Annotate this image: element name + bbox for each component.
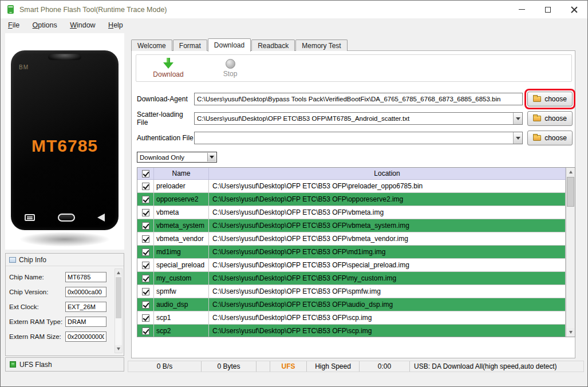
row-checkbox[interactable] (142, 314, 149, 322)
table-row[interactable]: vbmeta_vendor C:\Users\yusuf\Desktop\OFP… (137, 232, 566, 246)
action-toolbar: Download Stop (136, 54, 572, 82)
chip-info-value[interactable] (65, 287, 106, 297)
partition-location: C:\Users\yusuf\Desktop\OFP ETC\B53 OFP\s… (209, 259, 566, 271)
dropdown-arrow-icon[interactable] (513, 113, 522, 124)
choose-button[interactable]: choose (527, 111, 573, 126)
partition-name: vbmeta_vendor (154, 232, 209, 245)
chip-info-label: Extern RAM Type: (9, 318, 65, 325)
row-checkbox[interactable] (142, 222, 149, 230)
phone-image: BM MT6785 (11, 50, 119, 230)
row-checkbox[interactable] (142, 301, 149, 309)
row-checkbox[interactable] (142, 183, 149, 190)
chip-info-value[interactable] (65, 302, 106, 312)
file-field-row: Download-Agent choose (137, 92, 573, 106)
table-row[interactable]: vbmeta_system C:\Users\yusuf\Desktop\OFP… (137, 219, 566, 232)
menu-bar: File Options Window Help (1, 18, 587, 32)
table-row[interactable]: audio_dsp C:\Users\yusuf\Desktop\OFP ETC… (137, 298, 566, 311)
partition-name: vbmeta_system (154, 219, 209, 232)
choose-button-label: choose (544, 134, 567, 142)
table-scrollbar[interactable] (566, 168, 575, 337)
phone-chip-label: MT6785 (11, 136, 119, 156)
row-checkbox[interactable] (142, 235, 149, 243)
choose-button[interactable]: choose (527, 92, 573, 106)
row-checkbox[interactable] (142, 196, 149, 203)
phone-preview: BM MT6785 (5, 33, 124, 250)
chip-info-value[interactable] (65, 317, 106, 327)
status-usb-info: USB: DA Download All(high speed,auto det… (410, 361, 583, 372)
partition-name: my_custom (154, 272, 209, 285)
partition-name: vbmeta (154, 206, 209, 219)
table-row[interactable]: spmfw C:\Users\yusuf\Desktop\OFP ETC\B53… (137, 285, 566, 298)
maximize-button[interactable] (535, 1, 561, 18)
partition-name: spmfw (154, 285, 209, 298)
table-header-row: Name Location (137, 168, 566, 180)
table-row[interactable]: scp2 C:\Users\yusuf\Desktop\OFP ETC\B53 … (137, 325, 566, 337)
table-row[interactable]: scp1 C:\Users\yusuf\Desktop\OFP ETC\B53 … (137, 311, 566, 325)
tab[interactable]: Format (173, 40, 207, 51)
status-time: 0:00 (360, 361, 410, 372)
stop-button[interactable]: Stop (205, 59, 255, 78)
chip-info-header: Chip Info (6, 254, 124, 266)
maximize-icon (545, 7, 551, 13)
chip-info-scrollbar[interactable] (115, 268, 123, 353)
tab[interactable]: Download (208, 38, 251, 52)
row-checkbox[interactable] (142, 288, 149, 295)
scroll-up-icon[interactable] (566, 168, 575, 176)
table-row[interactable]: vbmeta C:\Users\yusuf\Desktop\OFP ETC\B5… (137, 206, 566, 219)
file-path-input[interactable] (194, 112, 523, 125)
app-window: Smart Phone Flash Tool(Runtime Trace Mod… (0, 0, 588, 387)
partition-name: audio_dsp (154, 298, 209, 311)
row-checkbox[interactable] (142, 209, 149, 216)
table-row[interactable]: preloader C:\Users\yusuf\Desktop\OFP ETC… (137, 180, 566, 193)
file-path-field (194, 93, 523, 105)
menu-item[interactable]: Window (65, 18, 100, 32)
file-path-input[interactable] (194, 132, 523, 144)
chip-info-row: Chip Version: (9, 285, 124, 299)
file-path-input[interactable] (194, 93, 523, 105)
partition-location: C:\Users\yusuf\Desktop\OFP ETC\B53 OFP\o… (209, 193, 566, 206)
window-controls (508, 1, 587, 18)
dropdown-arrow-icon[interactable] (207, 153, 216, 161)
menu-item[interactable]: Options (27, 18, 62, 32)
chip-info-label: Chip Name: (9, 274, 65, 281)
table-row[interactable]: my_custom C:\Users\yusuf\Desktop\OFP ETC… (137, 272, 566, 285)
folder-icon (533, 135, 541, 141)
scroll-down-icon[interactable] (566, 328, 575, 337)
flash-chip-icon (10, 361, 16, 368)
table-row[interactable]: opporeserve2 C:\Users\yusuf\Desktop\OFP … (137, 193, 566, 206)
tab[interactable]: Memory Test (295, 40, 347, 51)
row-checkbox[interactable] (142, 248, 149, 256)
scroll-down-icon[interactable] (115, 345, 122, 353)
table-row[interactable]: md1img C:\Users\yusuf\Desktop\OFP ETC\B5… (137, 246, 566, 259)
tab-bar: Welcome Format Download Readback Memory … (131, 38, 348, 51)
partition-name: md1img (154, 246, 209, 258)
title-bar: Smart Phone Flash Tool(Runtime Trace Mod… (1, 1, 587, 18)
minimize-button[interactable] (508, 1, 535, 18)
scroll-up-icon[interactable] (115, 269, 122, 277)
row-checkbox[interactable] (142, 327, 149, 335)
tab[interactable]: Readback (251, 40, 295, 51)
select-all-checkbox[interactable] (142, 170, 149, 177)
chip-info-value[interactable] (65, 331, 106, 342)
file-field-label: Authentication File (137, 134, 194, 142)
partition-name: special_preload (154, 259, 209, 271)
partition-name: scp2 (154, 325, 209, 337)
column-header-name[interactable]: Name (154, 168, 209, 179)
choose-button[interactable]: choose (527, 131, 573, 145)
partition-location: C:\Users\yusuf\Desktop\OFP ETC\B53 OFP\m… (209, 246, 566, 258)
download-mode-dropdown[interactable]: Download Only (137, 152, 217, 163)
chip-info-label: Ext Clock: (9, 303, 65, 310)
column-header-location[interactable]: Location (209, 168, 566, 179)
close-button[interactable] (561, 1, 587, 18)
row-checkbox[interactable] (142, 262, 149, 269)
download-button[interactable]: Download (143, 58, 194, 78)
tab[interactable]: Welcome (131, 40, 172, 51)
scrollbar-thumb[interactable] (116, 277, 121, 318)
dropdown-arrow-icon[interactable] (513, 132, 522, 144)
chip-info-value[interactable] (65, 272, 106, 282)
menu-item[interactable]: Help (103, 18, 128, 32)
scrollbar-thumb[interactable] (567, 177, 574, 207)
table-row[interactable]: special_preload C:\Users\yusuf\Desktop\O… (137, 259, 566, 272)
menu-item[interactable]: File (3, 18, 25, 32)
row-checkbox[interactable] (142, 275, 149, 282)
